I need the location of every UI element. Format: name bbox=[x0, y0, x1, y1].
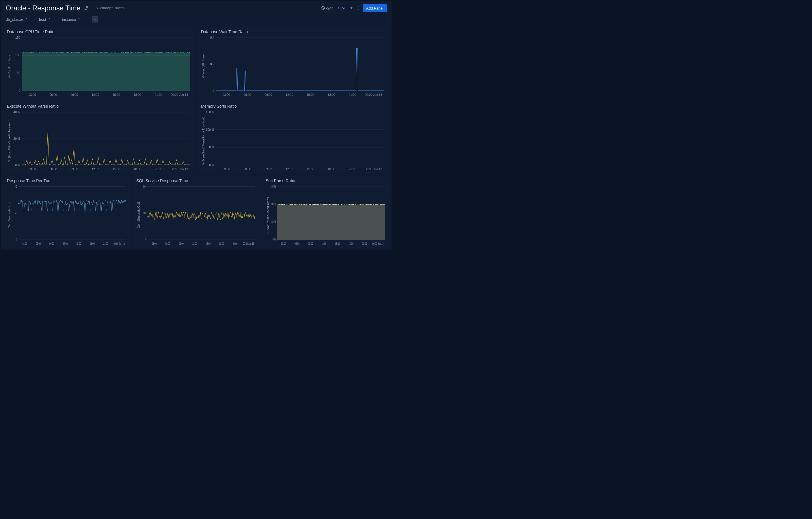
filter-instance[interactable]: instance * bbox=[62, 17, 84, 22]
svg-text:12:00: 12:00 bbox=[63, 242, 68, 245]
svg-text:0: 0 bbox=[146, 238, 147, 241]
panel-memory-sorts-ratio[interactable]: Memory Sorts Ratio % MemSort/(MemSort + … bbox=[198, 101, 389, 173]
svg-text:50: 50 bbox=[17, 71, 21, 74]
panel-title: Soft Parse Ratio bbox=[266, 178, 386, 183]
add-filter-button[interactable]: + bbox=[92, 16, 98, 23]
panel-title: SQL Service Response Time bbox=[136, 178, 256, 183]
svg-text:06:00: 06:00 bbox=[294, 242, 299, 245]
panel-title: Database CPU Time Ratio bbox=[7, 29, 192, 34]
filter-label: db_cluster bbox=[6, 17, 23, 22]
add-panel-button[interactable]: Add Panel bbox=[363, 4, 387, 12]
svg-text:12:00: 12:00 bbox=[286, 93, 293, 96]
svg-text:18:00: 18:00 bbox=[90, 242, 95, 245]
svg-text:0 %: 0 % bbox=[15, 163, 20, 166]
svg-text:03:00: 03:00 bbox=[152, 242, 157, 245]
refresh-icon bbox=[338, 6, 341, 10]
svg-text:21:00: 21:00 bbox=[349, 167, 356, 171]
y-axis-label: % SoftParses/TotalParses bbox=[266, 184, 270, 246]
filter-value: * bbox=[78, 17, 84, 22]
filter-host[interactable]: host * bbox=[39, 17, 54, 22]
svg-text:12:00: 12:00 bbox=[286, 167, 293, 171]
svg-text:00:00 Jan 13: 00:00 Jan 13 bbox=[114, 242, 125, 245]
svg-text:12:00: 12:00 bbox=[91, 93, 99, 96]
svg-text:03:00: 03:00 bbox=[223, 93, 230, 96]
more-options-button[interactable] bbox=[357, 6, 359, 10]
time-range-label: -24h bbox=[326, 6, 334, 10]
svg-text:06:00: 06:00 bbox=[50, 167, 57, 171]
svg-text:0.02: 0.02 bbox=[143, 211, 146, 215]
panel-soft-parse-ratio[interactable]: Soft Parse Ratio % SoftParses/TotalParse… bbox=[262, 176, 389, 248]
svg-text:12:00: 12:00 bbox=[192, 242, 197, 245]
panel-title: Execute Without Parse Ratio bbox=[7, 104, 192, 109]
svg-text:06:00: 06:00 bbox=[36, 242, 41, 245]
filter-icon bbox=[349, 6, 353, 10]
svg-text:15:00: 15:00 bbox=[335, 242, 340, 245]
svg-text:03:00: 03:00 bbox=[23, 242, 27, 245]
svg-text:00:00 Jan 13: 00:00 Jan 13 bbox=[243, 242, 254, 245]
svg-text:18:00: 18:00 bbox=[328, 93, 335, 96]
svg-text:0: 0 bbox=[16, 238, 17, 241]
svg-text:00:00 Jan 13: 00:00 Jan 13 bbox=[372, 242, 383, 245]
svg-text:0 %: 0 % bbox=[209, 163, 214, 166]
clock-icon bbox=[321, 6, 325, 10]
svg-point-3 bbox=[358, 9, 359, 10]
svg-text:15:00: 15:00 bbox=[113, 167, 120, 171]
panel-wait-time-ratio[interactable]: Database Wait Time Ratio % Wait/DB_Time … bbox=[198, 27, 389, 99]
panel-response-time-per-txn[interactable]: Response Time Per Txn CentiSeconds/Txn 0… bbox=[3, 176, 130, 248]
svg-text:18:00: 18:00 bbox=[134, 167, 141, 171]
y-axis-label: CentiSeconds/Call bbox=[136, 184, 141, 246]
svg-text:0.2: 0.2 bbox=[210, 62, 214, 65]
svg-text:09:00: 09:00 bbox=[49, 242, 54, 245]
filter-button[interactable] bbox=[349, 6, 353, 10]
svg-text:15:00: 15:00 bbox=[206, 242, 210, 245]
panel-cpu-time-ratio[interactable]: Database CPU Time Ratio % Cpu/DB_Time 05… bbox=[3, 27, 195, 99]
svg-text:09:00: 09:00 bbox=[70, 93, 78, 96]
panel-title: Memory Sorts Ratio bbox=[201, 104, 386, 109]
svg-text:09:00: 09:00 bbox=[70, 167, 78, 171]
svg-text:100 %: 100 % bbox=[206, 128, 214, 131]
time-range-picker[interactable]: -24h bbox=[321, 6, 334, 10]
svg-text:21:00: 21:00 bbox=[104, 242, 108, 245]
svg-text:15:00: 15:00 bbox=[76, 242, 81, 245]
svg-text:18:00: 18:00 bbox=[219, 242, 224, 245]
refresh-button[interactable] bbox=[338, 6, 345, 10]
svg-text:15:00: 15:00 bbox=[307, 167, 314, 171]
svg-text:00:00 Jan 13: 00:00 Jan 13 bbox=[365, 167, 382, 171]
filter-value: * bbox=[48, 17, 54, 22]
share-icon[interactable] bbox=[84, 6, 89, 10]
svg-text:09:00: 09:00 bbox=[179, 242, 184, 245]
y-axis-label: CentiSeconds/Txn bbox=[7, 184, 11, 246]
svg-text:50 %: 50 % bbox=[271, 220, 276, 224]
panel-sql-service-response-time[interactable]: SQL Service Response Time CentiSeconds/C… bbox=[133, 176, 260, 248]
svg-text:0: 0 bbox=[212, 89, 214, 92]
chevron-down-icon bbox=[342, 6, 346, 10]
svg-text:150: 150 bbox=[15, 36, 20, 39]
svg-text:0.4: 0.4 bbox=[210, 36, 214, 39]
svg-text:06:00: 06:00 bbox=[50, 93, 57, 96]
panel-execute-without-parse[interactable]: Execute Without Parse Ratio % (ExecWOPar… bbox=[3, 101, 195, 173]
svg-text:0 %: 0 % bbox=[272, 238, 276, 241]
svg-text:12:00: 12:00 bbox=[322, 242, 327, 245]
filter-db-cluster[interactable]: db_cluster * bbox=[6, 17, 31, 22]
svg-text:20 %: 20 % bbox=[13, 136, 20, 140]
y-axis-label: % Wait/DB_Time bbox=[201, 35, 206, 97]
svg-text:09:00: 09:00 bbox=[264, 93, 272, 96]
svg-text:150 %: 150 % bbox=[270, 185, 276, 188]
svg-point-1 bbox=[358, 6, 359, 7]
svg-point-2 bbox=[358, 8, 359, 9]
y-axis-label: % (ExecWOParse/TotalExec) bbox=[7, 110, 11, 172]
svg-text:100: 100 bbox=[15, 53, 20, 57]
svg-text:21:00: 21:00 bbox=[362, 242, 367, 245]
plus-icon: + bbox=[94, 17, 96, 22]
svg-text:40 %: 40 % bbox=[13, 110, 20, 114]
svg-text:15:00: 15:00 bbox=[307, 93, 314, 96]
svg-text:50 %: 50 % bbox=[207, 146, 214, 149]
y-axis-label: % MemSort/(MemSort + DiskSort) bbox=[201, 110, 206, 172]
svg-text:03:00: 03:00 bbox=[29, 167, 36, 171]
page-title: Oracle - Response Time bbox=[6, 4, 81, 12]
svg-text:03:00: 03:00 bbox=[281, 242, 286, 245]
svg-text:03:00: 03:00 bbox=[29, 93, 36, 96]
svg-text:21:00: 21:00 bbox=[233, 242, 238, 245]
svg-text:06:00: 06:00 bbox=[244, 93, 251, 96]
panel-title: Database Wait Time Ratio bbox=[201, 29, 386, 34]
